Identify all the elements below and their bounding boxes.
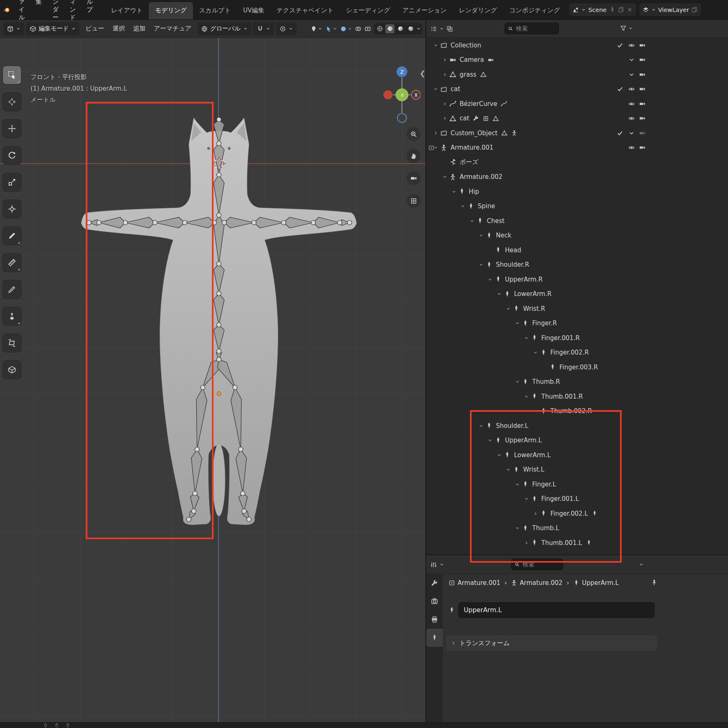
- breadcrumb-item[interactable]: Armature.002: [511, 579, 563, 587]
- sidebar-collapse-arrow[interactable]: ❮: [420, 69, 425, 77]
- expand-chevron[interactable]: [513, 525, 522, 531]
- eye-toggle-icon[interactable]: [628, 42, 635, 49]
- outliner-row[interactable]: Finger.002.R: [426, 345, 728, 360]
- shade-wire-button[interactable]: [375, 24, 384, 33]
- workspace-tab-3[interactable]: UV編集: [237, 2, 270, 19]
- tool-measure-button[interactable]: [3, 254, 21, 272]
- expand-chevron[interactable]: [440, 174, 449, 180]
- properties-tab-output[interactable]: [426, 611, 443, 629]
- outliner-row[interactable]: grass: [426, 67, 728, 82]
- outliner-row[interactable]: cat: [426, 82, 728, 97]
- shade-render-button[interactable]: [406, 24, 415, 33]
- outliner-search[interactable]: [505, 23, 559, 34]
- camera-toggle-icon[interactable]: [639, 86, 646, 92]
- gizmo-negz-axis[interactable]: [397, 113, 406, 122]
- camera-toggle-icon[interactable]: [639, 71, 646, 78]
- properties-search-input[interactable]: [522, 561, 557, 568]
- xray-control[interactable]: [364, 26, 371, 32]
- tool-rotate-button[interactable]: [3, 146, 21, 164]
- viewport-menu-1[interactable]: 選択: [108, 22, 129, 35]
- expand-chevron[interactable]: [513, 320, 522, 326]
- gizmo-negx-axis[interactable]: [383, 90, 392, 99]
- tool-scale-button[interactable]: [3, 173, 21, 191]
- viewport-menu-2[interactable]: 追加: [129, 22, 150, 35]
- scene-selector[interactable]: Scene: [569, 3, 636, 16]
- expand-chevron[interactable]: [431, 130, 440, 136]
- outliner-row[interactable]: UpperArm.R: [426, 272, 728, 287]
- expand-chevron[interactable]: [522, 393, 531, 400]
- outliner-row[interactable]: ポーズ: [426, 155, 728, 170]
- filter-icon[interactable]: [620, 25, 627, 31]
- workspace-tab-4[interactable]: テクスチャペイント: [270, 2, 340, 19]
- outliner-editor-icon[interactable]: [446, 26, 453, 32]
- properties-tab-bone[interactable]: [426, 629, 443, 647]
- tool-annotate-button[interactable]: [3, 227, 21, 245]
- outliner-row[interactable]: Thumb.002.R: [426, 404, 728, 419]
- transform-panel-header[interactable]: トランスフォーム: [446, 635, 657, 651]
- outliner-row[interactable]: Finger.L: [426, 477, 728, 492]
- mode-dropdown[interactable]: 編集モード: [26, 22, 80, 35]
- tool-transform-button[interactable]: [3, 200, 21, 218]
- properties-tab-render[interactable]: [426, 592, 443, 611]
- pan-button[interactable]: [406, 149, 420, 163]
- outliner-row[interactable]: Neck: [426, 228, 728, 243]
- check-toggle-icon[interactable]: [617, 42, 623, 49]
- pin-id-icon[interactable]: [651, 579, 658, 586]
- outliner-row[interactable]: Finger.R: [426, 316, 728, 331]
- outliner-row[interactable]: Finger.003.R: [426, 360, 728, 375]
- select-cursor-control[interactable]: [325, 26, 337, 32]
- expand-chevron[interactable]: [440, 56, 449, 63]
- outliner-row[interactable]: Thumb.001.L: [426, 535, 728, 550]
- new-viewlayer-icon[interactable]: [691, 7, 697, 13]
- shade-material-button[interactable]: [396, 24, 405, 33]
- marker-control[interactable]: [310, 26, 322, 32]
- pin-scene-icon[interactable]: [609, 7, 615, 13]
- bone-name-field[interactable]: [458, 602, 655, 618]
- eye-toggle-icon[interactable]: [628, 115, 635, 122]
- shade-solid-button[interactable]: [385, 24, 395, 33]
- viewport-menu-3[interactable]: アーマチュア: [150, 22, 196, 35]
- expand-chevron[interactable]: [495, 452, 504, 458]
- outliner-row[interactable]: Finger.001.R: [426, 331, 728, 345]
- vdown-toggle-icon[interactable]: [628, 130, 635, 136]
- expand-chevron[interactable]: [431, 42, 440, 49]
- viewlayer-selector[interactable]: ViewLayer: [639, 3, 701, 16]
- toggle-ortho-button[interactable]: [406, 194, 420, 208]
- expand-chevron[interactable]: [504, 466, 513, 473]
- tool-cursor-button[interactable]: [3, 93, 21, 111]
- tool-cube-button[interactable]: [3, 361, 21, 379]
- outliner-row[interactable]: Collection: [426, 38, 728, 53]
- zoom-button[interactable]: [406, 127, 420, 141]
- check-toggle-icon[interactable]: [617, 86, 623, 92]
- navigation-gizmo[interactable]: Z X -Y: [383, 66, 420, 124]
- outliner-row[interactable]: Custom_Object: [426, 126, 728, 141]
- properties-search[interactable]: [511, 559, 563, 570]
- proportional-edit-toggle[interactable]: [276, 22, 297, 35]
- outliner-row[interactable]: Hip: [426, 184, 728, 199]
- close-scene-icon[interactable]: [627, 7, 633, 13]
- camera-toggle-icon[interactable]: [639, 144, 646, 151]
- eye-toggle-icon[interactable]: [628, 144, 635, 151]
- outliner-row[interactable]: Head: [426, 243, 728, 258]
- expand-chevron[interactable]: [486, 437, 495, 444]
- workspace-tab-1[interactable]: モデリング: [149, 2, 193, 19]
- outliner-row[interactable]: LowerArm.L: [426, 448, 728, 463]
- tool-select-button[interactable]: [3, 66, 21, 84]
- outliner-row[interactable]: Thumb.L: [426, 521, 728, 536]
- expand-chevron[interactable]: [431, 86, 440, 92]
- camera-toggle-icon[interactable]: [639, 42, 646, 49]
- eye-toggle-icon[interactable]: [628, 101, 635, 107]
- vdown-toggle-icon[interactable]: [628, 71, 635, 78]
- outliner-row[interactable]: LowerArm.R: [426, 287, 728, 302]
- viewport-3d[interactable]: フロント・平行投影 (1) Armature.001 : UpperArm.L …: [0, 38, 425, 722]
- expand-chevron[interactable]: [440, 101, 449, 107]
- expand-chevron[interactable]: [477, 232, 486, 239]
- expand-chevron[interactable]: [495, 291, 504, 297]
- expand-chevron[interactable]: [467, 218, 477, 224]
- outliner-row[interactable]: Armature.002: [426, 170, 728, 185]
- outliner-row[interactable]: UpperArm.L: [426, 433, 728, 448]
- camera-toggle-icon[interactable]: [639, 56, 646, 63]
- tool-extrude-button[interactable]: [3, 307, 21, 325]
- properties-editor-icon[interactable]: [430, 561, 437, 568]
- expand-chevron[interactable]: [531, 510, 540, 517]
